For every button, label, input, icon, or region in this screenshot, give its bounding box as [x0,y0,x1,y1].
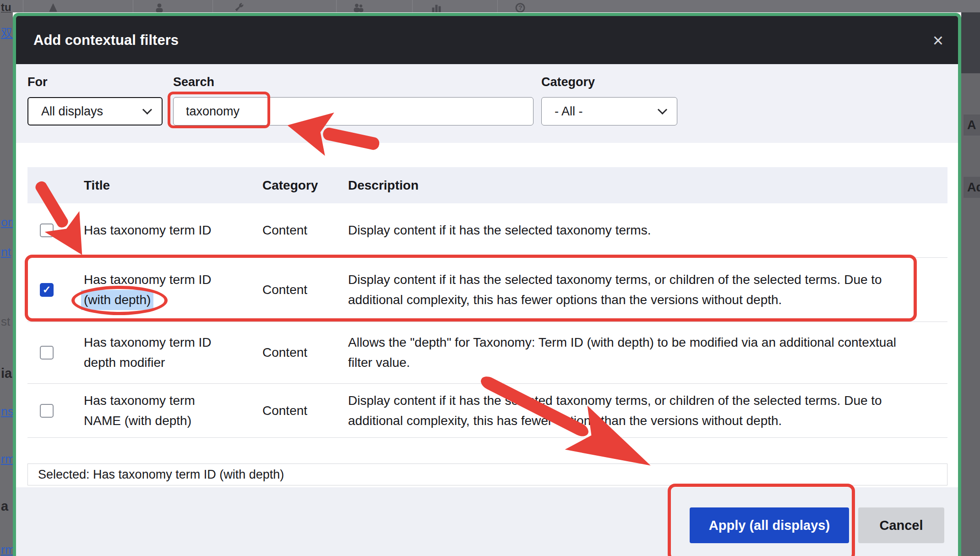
clipped-heading-fragment: a [1,499,8,514]
admin-toolbar: tu ? [0,0,980,12]
bar-chart-icon [431,2,442,12]
highlighted-text: (with depth) [81,290,153,310]
svg-text:?: ? [518,4,523,11]
category-select[interactable]: - All - [541,97,677,125]
chevron-down-icon [142,104,152,114]
toolbar-active-tab-fragment: tu [1,1,11,12]
filter-controls: For All displays Search Category - All - [16,64,958,143]
selected-status: Selected: Has taxonomy term ID (with dep… [27,463,947,485]
table-row[interactable]: Has taxonomy term ID depth modifier Cont… [27,322,947,383]
filter-category: Content [262,223,318,238]
help-icon: ? [515,2,526,12]
filter-description: Display content if it has the selected t… [348,270,947,310]
filter-category: Content [262,283,318,297]
person-icon [154,2,165,12]
table-row[interactable]: Has taxonomy term NAME (with depth) Cont… [27,383,947,438]
for-select[interactable]: All displays [27,97,163,125]
clipped-add-button: Ad [964,177,980,198]
filter-title: Has taxonomy term NAME (with depth) [84,391,232,431]
toolbar-divider [336,0,337,12]
clipped-link-fragment: rm [1,543,13,556]
row-checkbox[interactable] [40,223,54,237]
category-column-header: Category [262,178,318,193]
toolbar-divider [212,0,213,12]
clipped-heading-fragment: ia [1,366,12,381]
table-row-selected[interactable]: ✓ Has taxonomy term ID (with depth) Cont… [27,257,947,322]
for-label: For [27,75,48,89]
dimmed-panel [961,12,980,73]
toolbar-divider [133,0,133,12]
filter-category: Content [262,345,318,360]
table-header-row: Title Category Description [27,167,947,203]
clipped-link-fragment: rm [1,452,13,466]
people-icon [353,2,364,12]
dimmed-page-right-edge: A Ad [961,12,980,556]
filter-title: Has taxonomy term ID (with depth) [84,270,232,310]
toolbar-divider [412,0,413,12]
category-label: Category [541,75,595,89]
filter-title: Has taxonomy term ID depth modifier [84,333,232,373]
add-contextual-filters-dialog: Add contextual filters × For All display… [13,13,961,556]
for-select-value: All displays [41,104,103,119]
row-checkbox-checked[interactable]: ✓ [40,283,54,297]
spacer [16,143,958,167]
toolbar-divider [23,0,23,12]
toolbar-divider [497,0,498,12]
filter-description: Allows the "depth" for Taxonomy: Term ID… [348,333,947,373]
dialog-header: Add contextual filters × [16,16,958,64]
brush-icon [48,2,59,12]
filter-description: Display content if it has the selected t… [348,220,947,240]
table-row[interactable]: Has taxonomy term ID Content Display con… [27,203,947,257]
clipped-link-fragment: nsl [1,404,13,419]
filters-table: Title Category Description Has taxonomy … [27,167,947,438]
category-select-value: - All - [555,104,583,119]
row-checkbox[interactable] [40,346,54,360]
filter-title: Has taxonomy term ID [84,220,232,240]
cancel-button[interactable]: Cancel [858,507,944,543]
search-input[interactable] [173,97,534,125]
description-column-header: Description [348,178,947,193]
filter-category: Content [262,403,318,418]
dialog-footer: Apply (all displays) Cancel [16,487,958,556]
dialog-title: Add contextual filters [33,32,179,49]
chevron-down-icon [658,104,667,114]
checkmark-icon: ✓ [43,284,51,296]
filter-description: Display content if it has the selected t… [348,391,947,431]
wrench-icon [234,2,245,12]
title-column-header: Title [84,178,232,193]
dimmed-page-left-edge: 双 orr nt st ia nsl rm a rm [0,12,13,556]
clipped-link-fragment: nt [1,245,11,259]
apply-button[interactable]: Apply (all displays) [690,507,849,543]
clipped-link-fragment: 双 [1,25,13,41]
close-icon[interactable]: × [933,31,943,49]
clipped-add-button: A [964,114,980,136]
search-label: Search [173,75,214,89]
clipped-text-fragment: st [1,315,10,329]
row-checkbox[interactable] [40,404,54,418]
clipped-link-fragment: orr [1,215,13,229]
